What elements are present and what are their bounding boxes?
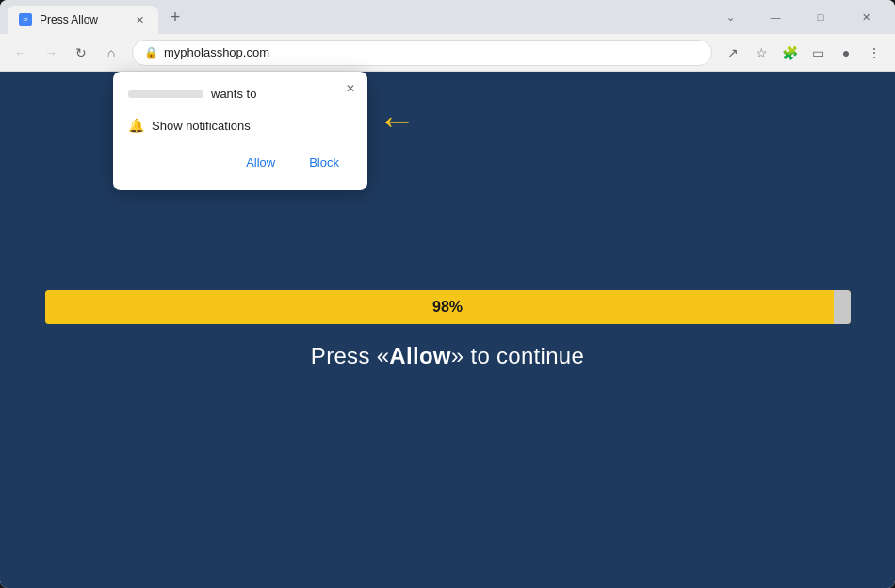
popup-permission-item: 🔔 Show notifications bbox=[128, 112, 352, 139]
tab-area: P Press Allow ✕ + bbox=[8, 0, 705, 34]
popup-wants-label: wants to bbox=[211, 87, 256, 101]
popup-close-button[interactable]: ✕ bbox=[341, 79, 360, 98]
share-button[interactable]: ↗ bbox=[720, 40, 746, 66]
arrow-indicator: ← bbox=[377, 98, 416, 143]
popup-actions: Allow Block bbox=[128, 150, 352, 175]
lock-icon: 🔒 bbox=[144, 46, 158, 59]
window-controls: ⌄ — □ ✕ bbox=[708, 2, 887, 32]
popup-permission-label: Show notifications bbox=[152, 119, 251, 133]
notification-popup: ✕ wants to 🔔 Show notifications Allow Bl… bbox=[113, 72, 367, 190]
tab-favicon: P bbox=[19, 13, 32, 26]
sidebar-button[interactable]: ▭ bbox=[805, 40, 831, 66]
progress-bar-container: 98% bbox=[45, 290, 851, 324]
active-tab[interactable]: P Press Allow ✕ bbox=[8, 6, 158, 34]
title-bar: P Press Allow ✕ + ⌄ — □ ✕ bbox=[0, 0, 895, 34]
new-tab-button[interactable]: + bbox=[162, 4, 188, 30]
menu-button[interactable]: ⋮ bbox=[861, 40, 887, 66]
page-content: ✕ wants to 🔔 Show notifications Allow Bl… bbox=[0, 72, 895, 588]
progress-text: 98% bbox=[45, 290, 851, 324]
bell-icon: 🔔 bbox=[128, 118, 144, 133]
forward-button[interactable]: → bbox=[38, 40, 64, 66]
block-button[interactable]: Block bbox=[296, 150, 352, 175]
popup-header: wants to bbox=[128, 87, 352, 101]
reload-button[interactable]: ↻ bbox=[68, 40, 94, 66]
maximize-button[interactable]: □ bbox=[799, 2, 842, 32]
close-button[interactable]: ✕ bbox=[844, 2, 887, 32]
browser-window: P Press Allow ✕ + ⌄ — □ ✕ ← bbox=[0, 0, 895, 588]
popup-site-redacted bbox=[128, 90, 203, 98]
bookmark-button[interactable]: ☆ bbox=[748, 40, 774, 66]
toolbar: ← → ↻ ⌂ 🔒 mypholasshop.com ↗ ☆ 🧩 ▭ bbox=[0, 34, 895, 72]
url-text: mypholasshop.com bbox=[164, 45, 700, 59]
window-menu-button[interactable]: ⌄ bbox=[708, 2, 752, 32]
allow-button[interactable]: Allow bbox=[233, 150, 288, 175]
home-button[interactable]: ⌂ bbox=[98, 40, 124, 66]
tab-title: Press Allow bbox=[40, 13, 124, 26]
back-button[interactable]: ← bbox=[8, 40, 34, 66]
extensions-button[interactable]: 🧩 bbox=[776, 40, 803, 66]
instruction-text: Press «Allow» to continue bbox=[311, 343, 584, 369]
toolbar-actions: ↗ ☆ 🧩 ▭ ● ⋮ bbox=[720, 40, 887, 66]
page-center: 98% Press «Allow» to continue bbox=[45, 290, 851, 369]
minimize-button[interactable]: — bbox=[754, 2, 797, 32]
tab-close-button[interactable]: ✕ bbox=[132, 12, 147, 27]
profile-button[interactable]: ● bbox=[833, 40, 859, 66]
address-bar[interactable]: 🔒 mypholasshop.com bbox=[132, 40, 712, 66]
